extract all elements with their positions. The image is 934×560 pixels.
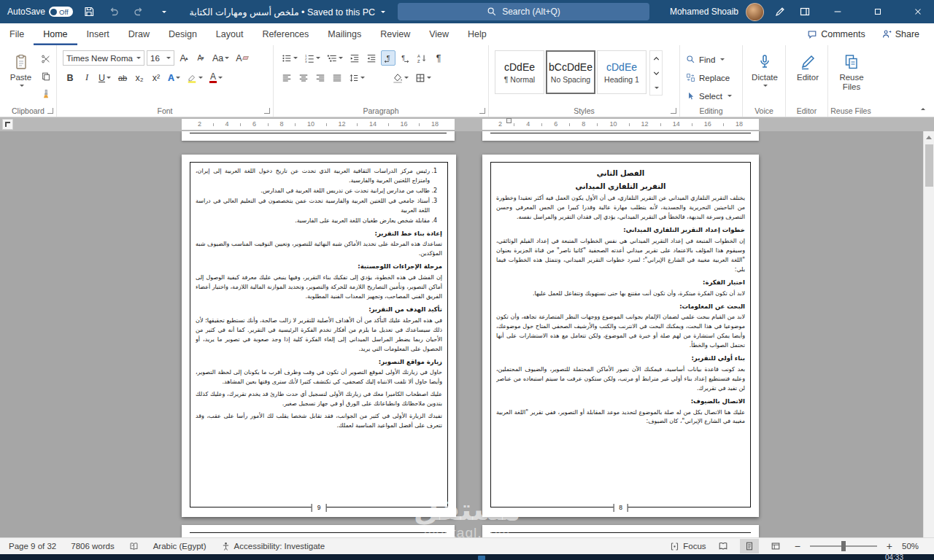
decrease-indent-button[interactable] [347,50,362,66]
grow-font-button[interactable]: A▴ [177,50,191,66]
zoom-slider-thumb[interactable] [841,541,846,551]
ink-pen-button[interactable] [771,3,789,20]
font-size-select[interactable]: 16 [147,50,174,66]
tab-help[interactable]: Help [458,23,496,45]
replace-button[interactable]: Replace [686,70,736,85]
strikethrough-button[interactable]: ab [115,70,130,85]
dictate-button[interactable]: Dictate [746,49,784,87]
clipboard-dialog-launcher[interactable] [47,108,53,114]
document-title[interactable]: ملخص أسس ومهارات الكتابة • Saved to this… [190,7,385,18]
redo-button[interactable] [130,3,147,20]
increase-indent-button[interactable] [364,50,379,66]
tab-selector[interactable] [2,119,13,130]
tab-insert[interactable]: Insert [77,23,119,45]
rtl-text-direction-button[interactable] [381,50,395,66]
underline-button[interactable]: U [96,70,113,85]
ruler-segment-right[interactable]: 24681012141618 [482,119,759,130]
zoom-in-button[interactable]: + [884,540,895,552]
bullets-button[interactable] [279,50,300,66]
cut-button[interactable] [39,52,53,66]
ltr-text-direction-button[interactable] [398,50,412,66]
ruler-segment-left[interactable]: 24681012141618 [182,119,455,130]
align-left-button[interactable] [279,70,294,85]
user-name[interactable]: Mohamed Shoaib [670,7,738,17]
borders-button[interactable] [413,70,433,85]
word-count[interactable]: 7806 words [71,542,114,551]
paste-button[interactable]: Paste [3,49,39,101]
vertical-scrollbar[interactable] [923,131,934,537]
zoom-percentage[interactable]: 50% [902,542,924,551]
editor-button[interactable]: Editor [789,49,827,82]
tab-references[interactable]: References [252,23,318,45]
tab-layout[interactable]: Layout [207,23,253,45]
page-9-text[interactable]: رئيس مركز الدراسات الثقافية العربية الذي… [196,167,442,499]
style-card[interactable]: bCcDdEeNo Spacing [546,50,595,94]
save-button[interactable] [80,3,98,20]
paragraph-dialog-launcher[interactable] [479,108,485,114]
shading-button[interactable] [390,70,411,85]
focus-button[interactable]: Focus [670,542,706,551]
accessibility-status[interactable]: Accessibility: Investigate [221,542,325,551]
font-dialog-launcher[interactable] [264,108,270,114]
font-color-button[interactable]: A [207,70,225,85]
read-mode-button[interactable] [714,539,733,553]
indent-marker[interactable] [506,118,512,123]
highlight-color-button[interactable] [185,70,205,85]
select-button[interactable]: Select [686,88,736,104]
ribbon-display-button[interactable] [796,3,814,20]
align-right-button[interactable] [313,70,328,85]
copy-button[interactable] [39,69,53,84]
quick-access-menu-button[interactable] [155,3,172,20]
align-center-button[interactable] [296,70,311,85]
styles-scroll-up-button[interactable] [650,51,662,66]
language-status[interactable]: Arabic (Egypt) [153,542,207,551]
bold-button[interactable]: B [63,70,77,85]
tab-view[interactable]: View [420,23,458,45]
text-effects-button[interactable]: A [166,70,182,85]
line-spacing-button[interactable] [347,70,367,85]
numbering-button[interactable] [302,50,323,66]
maximize-button[interactable] [861,0,894,23]
multilevel-list-button[interactable] [325,50,345,66]
clear-formatting-button[interactable]: A [234,50,250,66]
scroll-up-button[interactable] [924,131,934,142]
avatar[interactable] [746,3,764,21]
minimize-button[interactable] [821,0,854,23]
tab-mailings[interactable]: Mailings [318,23,371,45]
tab-file[interactable]: File [0,23,34,45]
zoom-out-button[interactable]: − [792,540,803,552]
style-card[interactable]: cDdEe¶ Normal [495,50,544,94]
format-painter-button[interactable] [39,87,53,101]
font-name-select[interactable]: Times New Roma [63,50,144,66]
close-button[interactable] [901,0,934,23]
find-button[interactable]: Find [686,52,736,67]
proofing-status[interactable] [129,542,139,551]
tab-design[interactable]: Design [159,23,207,45]
share-button[interactable]: Share [881,29,919,39]
tab-review[interactable]: Review [371,23,420,45]
styles-scroll-down-button[interactable] [650,66,662,80]
tab-draw[interactable]: Draw [119,23,159,45]
page-8-text[interactable]: الفصل الثانيالتقرير التلفازي الميدانييخت… [496,167,745,499]
autosave-toggle[interactable]: AutoSave Off [7,7,73,17]
print-layout-button[interactable] [740,539,759,553]
page-indicator[interactable]: Page 9 of 32 [9,542,56,551]
collapse-ribbon-button[interactable] [916,104,930,114]
change-case-button[interactable]: Aa [210,50,231,66]
italic-button[interactable]: I [80,70,94,85]
subscript-button[interactable]: x₂ [132,70,147,85]
comments-button[interactable]: Comments [807,29,865,39]
reuse-files-button[interactable]: Reuse Files [831,49,872,92]
styles-more-button[interactable] [650,80,662,95]
style-card[interactable]: cDdEeHeading 1 [597,50,647,94]
show-paragraph-marks-button[interactable]: ¶ [431,50,446,66]
autosave-switch[interactable]: Off [49,7,73,17]
sort-button[interactable] [414,50,429,66]
scrollbar-thumb[interactable] [925,144,933,187]
superscript-button[interactable]: x² [149,70,163,85]
shrink-font-button[interactable]: A▾ [193,50,208,66]
zoom-slider[interactable] [810,545,877,547]
tab-home[interactable]: Home [34,23,77,45]
undo-button[interactable] [105,3,123,20]
justify-button[interactable] [330,70,344,85]
